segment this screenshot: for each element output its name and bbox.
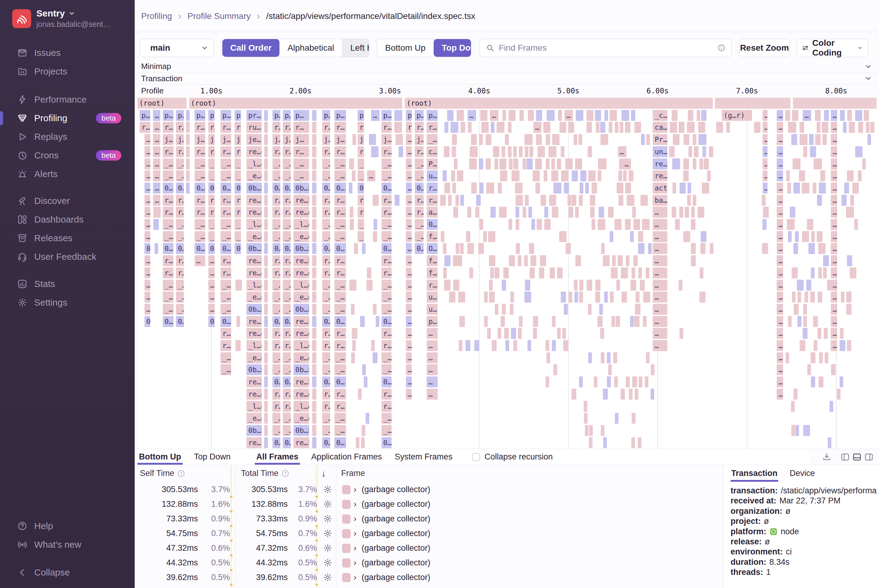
flame-frame[interactable]: p… — [382, 110, 392, 121]
flame-frame[interactable] — [352, 340, 356, 351]
flame-frame[interactable] — [817, 122, 820, 133]
flame-frame[interactable] — [564, 183, 569, 194]
flame-frame[interactable]: p… — [176, 110, 184, 121]
flame-frame[interactable]: p…s — [415, 110, 424, 121]
flame-frame[interactable]: 0… — [358, 183, 364, 194]
flame-frame[interactable]: p… — [208, 110, 215, 121]
flame-frame[interactable] — [846, 207, 854, 218]
flame-frame[interactable] — [754, 122, 760, 133]
flame-frame[interactable]: … — [208, 304, 215, 315]
flame-frame[interactable]: … — [406, 388, 412, 400]
flame-frame[interactable] — [597, 316, 603, 327]
flame-frame[interactable]: … — [144, 159, 150, 170]
flame-frame[interactable] — [312, 388, 316, 400]
flame-frame[interactable] — [685, 207, 689, 218]
flame-frame[interactable] — [601, 425, 604, 436]
flame-frame[interactable] — [479, 219, 483, 230]
flame-frame[interactable] — [808, 243, 815, 254]
flame-frame[interactable] — [312, 110, 316, 121]
flame-frame[interactable] — [454, 159, 458, 170]
flame-frame[interactable] — [701, 110, 706, 121]
flame-frame[interactable]: _… — [334, 219, 346, 230]
flame-frame[interactable]: … — [427, 364, 438, 375]
flame-frame[interactable]: _… — [322, 413, 330, 424]
flame-frame[interactable]: r… — [382, 195, 392, 206]
flame-frame[interactable] — [312, 243, 316, 254]
flame-frame[interactable] — [599, 304, 603, 315]
flame-frame[interactable]: u… — [427, 170, 438, 182]
flame-frame[interactable]: r… — [272, 207, 280, 218]
flame-frame[interactable] — [571, 388, 576, 400]
flame-frame[interactable]: r… — [283, 207, 291, 218]
flame-frame[interactable]: 0…> — [221, 243, 231, 254]
flame-frame[interactable] — [607, 376, 611, 387]
flame-frame[interactable]: r… — [163, 122, 174, 133]
flame-frame[interactable] — [616, 316, 620, 327]
sidebar-item-stats[interactable]: Stats — [0, 274, 135, 293]
flame-frame[interactable] — [264, 437, 268, 448]
left-heavy-button[interactable]: Left Heavy — [343, 39, 369, 57]
flame-frame[interactable]: _… — [293, 170, 309, 182]
flame-frame[interactable]: _… — [382, 170, 392, 182]
flame-frame[interactable] — [617, 183, 624, 194]
flame-frame[interactable]: … — [406, 316, 412, 327]
flame-root-frame[interactable] — [793, 98, 876, 109]
flame-frame[interactable]: … — [406, 183, 412, 194]
search-input[interactable] — [499, 43, 713, 53]
flame-frame[interactable]: p… — [427, 316, 438, 327]
flame-frame[interactable]: … — [144, 231, 150, 242]
flame-frame[interactable]: _… — [322, 219, 330, 230]
flame-frame[interactable]: … — [653, 243, 667, 254]
flame-frame[interactable] — [519, 146, 523, 157]
flame-frame[interactable] — [236, 340, 241, 351]
flame-frame[interactable]: r… — [322, 340, 330, 351]
tab-application-frames[interactable]: Application Frames — [310, 449, 383, 465]
flame-frame[interactable]: r… — [427, 183, 438, 194]
flame-frame[interactable]: r… — [176, 146, 184, 157]
flame-frame[interactable] — [459, 340, 463, 351]
table-row[interactable]: 132.88ms1.6%132.88ms1.6%›(garbage collec… — [135, 497, 723, 512]
flame-frame[interactable] — [621, 267, 628, 278]
flame-frame[interactable] — [354, 243, 358, 254]
flame-frame[interactable]: 0… — [208, 316, 215, 327]
flame-frame[interactable]: re…e — [293, 388, 309, 400]
flame-frame[interactable] — [807, 219, 813, 230]
flame-frame[interactable]: _… — [176, 280, 184, 291]
flame-frame[interactable]: re…e — [246, 328, 262, 339]
flame-frame[interactable] — [395, 195, 400, 206]
flame-frame[interactable] — [264, 110, 268, 121]
flame-frame[interactable]: r… — [334, 255, 346, 266]
flame-frame[interactable] — [552, 207, 558, 218]
flame-frame[interactable] — [823, 267, 827, 278]
flame-frame[interactable]: r… — [176, 207, 184, 218]
flame-frame[interactable]: … — [777, 316, 783, 327]
flame-frame[interactable]: _l…e — [246, 219, 262, 230]
flame-frame[interactable] — [574, 280, 577, 291]
flame-frame[interactable]: … — [831, 219, 837, 230]
flame-frame[interactable] — [588, 352, 592, 363]
flame-frame[interactable] — [575, 207, 579, 218]
flame-frame[interactable]: r… — [322, 122, 330, 133]
flame-frame[interactable]: … — [208, 291, 215, 303]
flame-frame[interactable]: … — [427, 352, 438, 363]
flame-frame[interactable]: … — [777, 291, 783, 303]
flame-frame[interactable]: … — [777, 304, 783, 315]
flame-frame[interactable] — [373, 231, 377, 242]
flame-frame[interactable] — [638, 267, 642, 278]
flame-frame[interactable] — [628, 170, 633, 182]
flame-frame[interactable] — [632, 376, 637, 387]
flame-frame[interactable] — [479, 159, 483, 170]
flame-frame[interactable] — [478, 243, 484, 254]
flame-frame[interactable] — [441, 231, 445, 242]
flame-frame[interactable] — [635, 304, 641, 315]
frame-settings-icon[interactable] — [323, 570, 333, 585]
flame-frame[interactable]: 0… — [163, 316, 174, 327]
flame-frame[interactable]: re…e — [293, 207, 309, 218]
flame-frame[interactable]: r… — [382, 122, 392, 133]
flame-frame[interactable]: j… — [163, 134, 174, 145]
flame-frame[interactable] — [312, 170, 316, 182]
flame-frame[interactable] — [698, 122, 705, 133]
flame-frame[interactable] — [494, 159, 498, 170]
flame-frame[interactable] — [546, 352, 550, 363]
flame-frame[interactable] — [679, 328, 683, 339]
